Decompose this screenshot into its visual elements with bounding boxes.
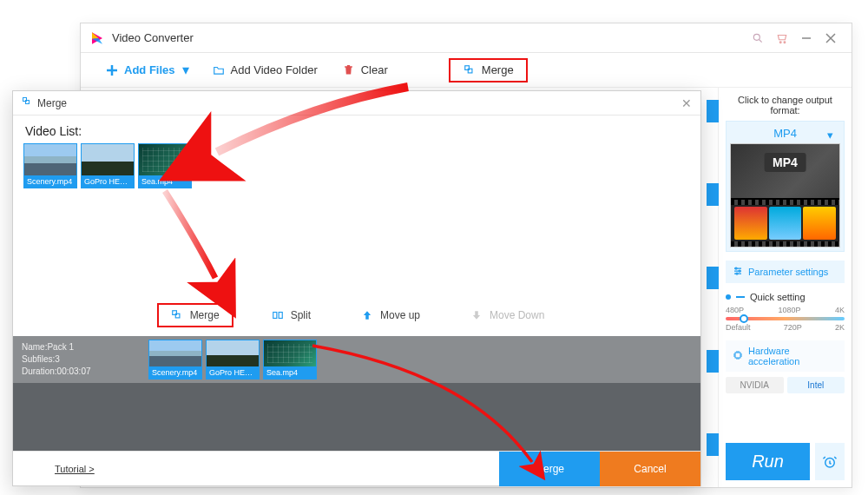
titlebar: Video Converter xyxy=(81,23,852,53)
add-files-dropdown-icon[interactable]: ▾ xyxy=(182,62,191,78)
video-thumb[interactable]: Sea.mp4 xyxy=(263,340,317,380)
video-list-row: Scenery.mp4 GoPro HER... Sea.mp4 xyxy=(13,143,700,188)
dialog-titlebar: Merge ✕ xyxy=(13,91,700,116)
run-button[interactable]: Run xyxy=(726,443,810,480)
search-icon[interactable] xyxy=(746,26,770,50)
app-title: Video Converter xyxy=(112,31,746,44)
merge-top-label: Merge xyxy=(482,63,514,76)
dialog-footer: Tutorial > Merge Cancel xyxy=(13,451,700,485)
scheduler-button[interactable] xyxy=(815,443,845,480)
hw-accel-button[interactable]: Hardware acceleration xyxy=(726,340,845,372)
chip-icon xyxy=(733,350,743,362)
svg-point-0 xyxy=(753,34,760,40)
quality-labels-top: 480P1080P4K xyxy=(726,306,845,314)
hw-chip-row: NVIDIA Intel xyxy=(726,377,845,393)
confirm-merge-button[interactable]: Merge xyxy=(499,452,600,486)
side-panel: Click to change output format: MP4 ▾ MP4… xyxy=(718,88,852,487)
svg-point-1 xyxy=(779,41,781,43)
row-chip[interactable] xyxy=(707,183,719,206)
merge-dialog: Merge ✕ Video List: Scenery.mp4 GoPro HE… xyxy=(12,90,701,486)
add-files-button[interactable]: Add Files xyxy=(93,58,187,82)
dialog-split-label: Split xyxy=(291,309,311,321)
nvidia-chip[interactable]: NVIDIA xyxy=(726,377,784,393)
quick-setting-label: Quick setting xyxy=(750,292,806,302)
merge-icon xyxy=(171,309,183,321)
dialog-merge-label: Merge xyxy=(190,309,220,321)
clear-label: Clear xyxy=(361,63,388,76)
dialog-moveup-button[interactable]: Move up xyxy=(349,303,432,327)
intel-chip[interactable]: Intel xyxy=(787,377,845,393)
row-chip[interactable] xyxy=(707,267,719,289)
pack-info: Name:Pack 1 Subfiles:3 Duration:00:03:07 xyxy=(13,336,148,383)
thumb-caption: GoPro HER... xyxy=(82,175,134,188)
format-label: MP4 ▾ xyxy=(730,125,840,143)
plus-icon xyxy=(105,63,119,77)
pack-thumbs: Scenery.mp4 GoPro HER... Sea.mp4 xyxy=(148,336,317,383)
svg-rect-8 xyxy=(735,353,740,358)
add-folder-label: Add Video Folder xyxy=(231,63,318,76)
trash-icon xyxy=(342,63,356,77)
hw-accel-label: Hardware acceleration xyxy=(748,346,838,366)
cancel-button[interactable]: Cancel xyxy=(600,452,700,486)
svg-point-6 xyxy=(739,270,740,272)
folder-icon xyxy=(212,63,226,77)
row-chip[interactable] xyxy=(707,433,719,456)
output-format-header: Click to change output format: xyxy=(726,95,845,116)
format-badge: MP4 xyxy=(764,153,806,172)
pack-duration: Duration:00:03:07 xyxy=(22,366,140,378)
video-thumb[interactable]: Sea.mp4 xyxy=(138,143,192,188)
video-thumb[interactable]: Scenery.mp4 xyxy=(148,340,202,380)
app-logo-icon xyxy=(89,30,105,46)
video-thumb[interactable]: GoPro HER... xyxy=(81,143,135,188)
thumb-caption: Scenery.mp4 xyxy=(24,175,76,188)
merge-icon xyxy=(22,96,32,109)
arrow-up-icon xyxy=(361,309,373,321)
row-action-chips xyxy=(707,100,719,456)
dialog-close-icon[interactable]: ✕ xyxy=(681,96,692,110)
merge-button-top[interactable]: Merge xyxy=(449,58,528,82)
pack-area: Name:Pack 1 Subfiles:3 Duration:00:03:07… xyxy=(13,336,700,451)
add-files-label: Add Files xyxy=(124,63,175,76)
svg-point-5 xyxy=(735,267,737,269)
svg-point-2 xyxy=(784,41,786,43)
thumb-caption: Scenery.mp4 xyxy=(149,366,201,379)
slider-handle[interactable] xyxy=(740,314,748,323)
dialog-split-button[interactable]: Split xyxy=(260,303,323,327)
output-format-selector[interactable]: MP4 ▾ MP4 xyxy=(726,121,845,252)
cart-icon[interactable] xyxy=(770,26,794,50)
row-chip[interactable] xyxy=(707,100,719,122)
close-icon[interactable] xyxy=(819,26,843,50)
dialog-merge-button[interactable]: Merge xyxy=(157,303,233,327)
video-thumb[interactable]: GoPro HER... xyxy=(206,340,260,380)
pack-name: Name:Pack 1 xyxy=(22,341,140,353)
dialog-movedown-label: Move Down xyxy=(490,309,544,321)
sliders-icon xyxy=(733,266,743,278)
dialog-toolbar: Merge Split Move up Move Down xyxy=(13,298,700,336)
quick-setting-header: Quick setting xyxy=(726,292,845,302)
dialog-moveup-label: Move up xyxy=(380,309,420,321)
format-thumbnail: MP4 xyxy=(730,143,840,248)
quality-labels-bottom: Default720P2K xyxy=(726,323,845,332)
quality-slider[interactable] xyxy=(726,317,845,320)
pack-row[interactable]: Name:Pack 1 Subfiles:3 Duration:00:03:07… xyxy=(13,336,700,383)
dialog-title: Merge xyxy=(37,97,67,109)
video-thumb[interactable]: Scenery.mp4 xyxy=(23,143,77,188)
merge-icon xyxy=(463,63,477,77)
row-chip[interactable] xyxy=(707,350,719,373)
param-settings-label: Parameter settings xyxy=(748,267,828,277)
dash-icon xyxy=(736,296,745,298)
split-icon xyxy=(272,309,284,321)
thumb-caption: Sea.mp4 xyxy=(264,366,316,379)
thumb-caption: Sea.mp4 xyxy=(139,175,191,188)
add-folder-button[interactable]: Add Video Folder xyxy=(200,58,330,82)
tutorial-link[interactable]: Tutorial > xyxy=(55,464,95,474)
svg-point-7 xyxy=(736,273,738,274)
clear-button[interactable]: Clear xyxy=(330,58,400,82)
main-toolbar: Add Files ▾ Add Video Folder Clear Merge xyxy=(81,53,852,88)
video-list-label: Video List: xyxy=(13,116,700,143)
parameter-settings-button[interactable]: Parameter settings xyxy=(726,261,845,283)
bullet-icon xyxy=(726,294,731,300)
svg-rect-14 xyxy=(273,313,276,319)
chevron-down-icon: ▾ xyxy=(827,129,833,142)
minimize-icon[interactable] xyxy=(794,26,819,50)
